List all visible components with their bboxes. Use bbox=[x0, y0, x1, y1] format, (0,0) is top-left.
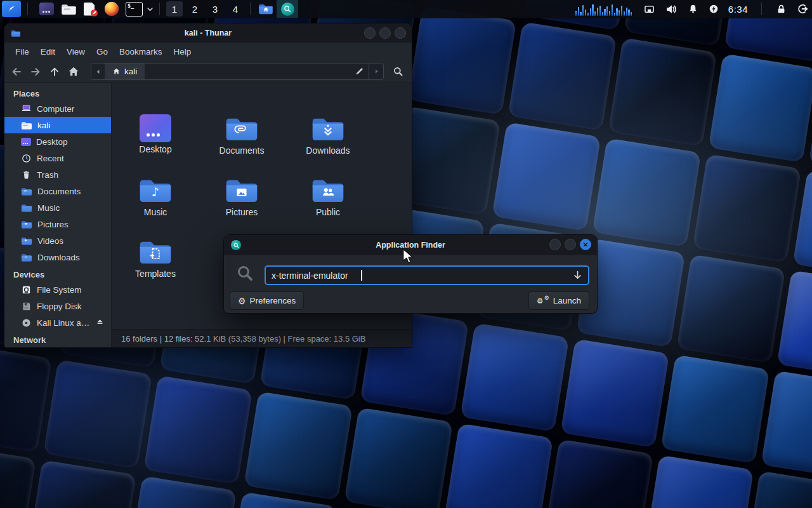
power-manager-tray-icon[interactable] bbox=[708, 0, 719, 18]
file-item-documents[interactable]: Documents bbox=[204, 114, 280, 156]
application-finder-window: Application Finder ⚙ Preferences ⚙⚙ Laun… bbox=[223, 234, 598, 314]
launch-button[interactable]: ⚙⚙ Launch bbox=[528, 291, 589, 310]
top-panel: $_ 1 2 3 4 bbox=[0, 0, 812, 18]
logout-button[interactable] bbox=[796, 0, 809, 18]
minimize-button[interactable] bbox=[364, 27, 376, 39]
clock[interactable]: 6:34 bbox=[728, 0, 748, 18]
sidebar-item-file-system[interactable]: File System bbox=[4, 281, 111, 298]
applications-menu-button[interactable] bbox=[2, 1, 21, 17]
menu-go[interactable]: Go bbox=[91, 45, 114, 58]
pathbar-empty-area[interactable] bbox=[145, 64, 350, 79]
workspace-1[interactable]: 1 bbox=[166, 1, 183, 17]
terminal-launcher[interactable]: $_ bbox=[126, 0, 143, 18]
appfinder-search-input[interactable] bbox=[265, 265, 589, 285]
template-doc-glyph bbox=[147, 246, 164, 262]
pathbar-scroll-left[interactable] bbox=[91, 64, 105, 79]
speaker-icon bbox=[665, 3, 678, 16]
taskbar-item-thunar[interactable] bbox=[255, 0, 277, 18]
desktop: $_ 1 2 3 4 bbox=[0, 0, 812, 508]
bell-icon bbox=[687, 3, 699, 15]
sidebar-item-kali-linux-cd[interactable]: Kali Linux a… bbox=[4, 314, 111, 331]
status-text: 16 folders | 12 files: 52.1 KiB (53,358 … bbox=[121, 334, 365, 344]
kali-logo-icon bbox=[4, 2, 18, 16]
show-desktop-launcher[interactable] bbox=[39, 0, 54, 18]
panel-separator bbox=[250, 3, 251, 15]
sidebar-item-floppy-disk[interactable]: Floppy Disk bbox=[4, 298, 111, 314]
home-button[interactable] bbox=[64, 63, 83, 81]
lock-screen-button[interactable] bbox=[775, 0, 787, 18]
forward-button[interactable] bbox=[26, 63, 45, 81]
arrow-left-icon bbox=[10, 65, 23, 78]
maximize-button[interactable] bbox=[565, 239, 576, 250]
notifications-tray-icon[interactable] bbox=[687, 0, 699, 18]
search-button[interactable] bbox=[387, 63, 409, 80]
file-item-downloads[interactable]: Downloads bbox=[290, 114, 366, 156]
appfinder-titlebar[interactable]: Application Finder bbox=[224, 235, 597, 255]
preferences-button[interactable]: ⚙ Preferences bbox=[230, 291, 304, 310]
sidebar-item-trash[interactable]: Trash bbox=[4, 166, 111, 183]
file-item-pictures[interactable]: Pictures bbox=[204, 176, 280, 217]
eject-button[interactable] bbox=[95, 318, 105, 327]
menu-bookmarks[interactable]: Bookmarks bbox=[114, 45, 168, 58]
music-folder-icon bbox=[21, 203, 32, 213]
panel-separator bbox=[761, 3, 762, 15]
sidebar-item-recent[interactable]: Recent bbox=[4, 150, 111, 166]
sidebar-item-documents[interactable]: Documents bbox=[4, 183, 111, 199]
lock-icon bbox=[775, 3, 787, 15]
menu-view[interactable]: View bbox=[61, 45, 91, 58]
pictures-folder-icon bbox=[21, 220, 32, 229]
trash-icon bbox=[21, 170, 32, 180]
file-manager-launcher[interactable] bbox=[61, 0, 77, 18]
videos-folder-icon bbox=[21, 236, 32, 246]
sidebar-item-music[interactable]: Music bbox=[4, 199, 111, 216]
pathbar-scroll-right[interactable] bbox=[369, 64, 383, 79]
thunar-statusbar: 16 folders | 12 files: 52.1 KiB (53,358 … bbox=[112, 329, 412, 347]
volume-tray-icon[interactable] bbox=[665, 0, 678, 18]
network-tray-icon[interactable] bbox=[643, 0, 656, 18]
close-button[interactable] bbox=[580, 239, 591, 250]
file-item-music[interactable]: ♪ Music bbox=[117, 176, 193, 217]
workspace-2[interactable]: 2 bbox=[187, 1, 203, 17]
firefox-launcher[interactable] bbox=[105, 0, 119, 18]
arrow-up-icon bbox=[48, 65, 61, 78]
thunar-titlebar[interactable]: kali - Thunar bbox=[4, 23, 412, 43]
floppy-icon bbox=[21, 301, 32, 312]
pathbar-edit-button[interactable] bbox=[350, 64, 369, 79]
file-item-desktop[interactable]: Desktop bbox=[117, 114, 193, 154]
menu-edit[interactable]: Edit bbox=[35, 45, 61, 58]
sidebar-item-desktop[interactable]: Desktop bbox=[4, 133, 111, 150]
sidebar-item-pictures[interactable]: Pictures bbox=[4, 216, 111, 232]
close-button[interactable] bbox=[395, 27, 406, 39]
menu-file[interactable]: File bbox=[10, 45, 35, 58]
maximize-button[interactable] bbox=[379, 27, 391, 39]
sidebar-item-downloads[interactable]: Downloads bbox=[4, 249, 111, 265]
home-icon bbox=[112, 67, 121, 76]
file-item-templates[interactable]: Templates bbox=[117, 237, 193, 279]
text-caret bbox=[361, 270, 362, 281]
sidebar-item-kali[interactable]: kali bbox=[4, 117, 111, 133]
file-item-public[interactable]: Public bbox=[290, 176, 366, 217]
network-header: Network bbox=[13, 335, 111, 345]
window-folder-icon bbox=[11, 29, 21, 37]
paperclip-glyph bbox=[233, 123, 250, 139]
taskbar-item-appfinder[interactable] bbox=[277, 0, 298, 18]
pathbar-segment-kali[interactable]: kali bbox=[105, 64, 145, 79]
minimize-button[interactable] bbox=[549, 239, 561, 250]
file-system-icon bbox=[21, 284, 32, 295]
thunar-menubar: File Edit View Go Bookmarks Help bbox=[4, 43, 412, 60]
sidebar-item-computer[interactable]: Computer bbox=[4, 100, 111, 117]
logout-icon bbox=[796, 3, 809, 15]
menu-help[interactable]: Help bbox=[168, 45, 197, 58]
workspace-4[interactable]: 4 bbox=[227, 1, 244, 17]
sidebar-item-videos[interactable]: Videos bbox=[4, 232, 111, 249]
ethernet-icon bbox=[643, 3, 656, 16]
up-button[interactable] bbox=[45, 63, 64, 81]
dropdown-arrow-icon[interactable] bbox=[572, 269, 584, 281]
text-editor-launcher[interactable] bbox=[84, 0, 98, 18]
firefox-icon bbox=[105, 2, 119, 16]
terminal-launcher-menu-arrow[interactable] bbox=[145, 0, 155, 18]
back-button[interactable] bbox=[7, 63, 26, 81]
arrow-right-icon bbox=[29, 65, 42, 78]
workspace-3[interactable]: 3 bbox=[207, 1, 223, 17]
image-glyph bbox=[233, 184, 250, 201]
